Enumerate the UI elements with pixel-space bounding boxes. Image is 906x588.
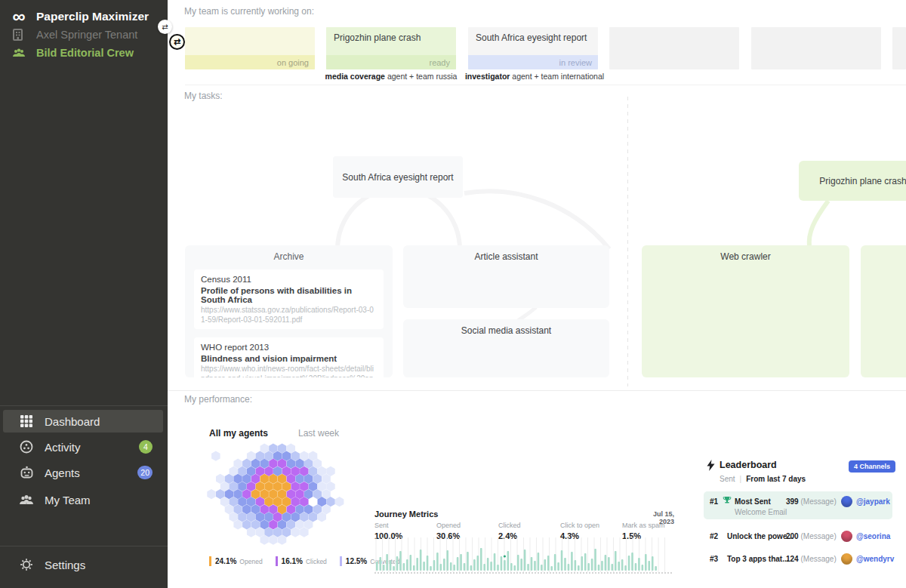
leaderboard-filter[interactable]: Sent | From last 7 days	[720, 475, 806, 483]
channels-badge[interactable]: 4 Channels	[849, 460, 895, 473]
archive-item-url[interactable]: https://www.who.int/news-room/fact-sheet…	[201, 365, 377, 377]
hexbin-legend: 24.1% Opened 16.1% Clicked 12.5% Convert…	[209, 556, 399, 566]
legend-swatch	[209, 556, 211, 566]
task-node-label: Social media assistant	[403, 319, 609, 336]
legend-item-clicked: 16.1% Clicked	[276, 556, 327, 566]
circled-swap-icon: ⇄	[174, 37, 180, 47]
trophy-icon	[723, 496, 732, 505]
archive-item[interactable]: WHO report 2013 Blindness and vision imp…	[194, 337, 384, 377]
sidebar-item-dashboard[interactable]: Dashboard	[3, 410, 163, 433]
entry-name: Most Sent	[735, 497, 771, 506]
filter-range[interactable]: From last 7 days	[746, 475, 806, 483]
sidebar-item-my-team[interactable]: My Team	[3, 488, 163, 511]
rank-label: #1	[710, 497, 718, 506]
metric-label: Opened	[436, 522, 498, 529]
sidebar-item-settings[interactable]: Settings	[3, 553, 163, 576]
task-node-social-media-assistant[interactable]: Social media assistant	[403, 319, 609, 377]
tenant-name: Axel Springer Tenant	[36, 29, 137, 41]
archive-item-subtitle: Blindness and vision impairment	[201, 354, 377, 363]
sidebar-item-activity[interactable]: Activity 4	[3, 436, 163, 458]
leaderboard-row-3[interactable]: #3 Top 3 apps that... 124 (Message) @wen…	[704, 549, 892, 567]
legend-label: Clicked	[306, 558, 327, 565]
journey-bars-chart	[374, 537, 672, 572]
rank-label: #2	[710, 532, 718, 540]
journey-chart-baseline	[374, 572, 672, 574]
journey-metrics-title: Journey Metrics	[374, 509, 438, 519]
archive-panel[interactable]: Archive Census 2011 Profile of persons w…	[185, 245, 393, 377]
user-handle[interactable]: @wendyrv	[856, 555, 894, 563]
legend-item-opened: 24.1% Opened	[209, 556, 263, 566]
sidebar-item-agents[interactable]: Agents 20	[3, 461, 163, 484]
entry-unit: (Message)	[800, 532, 836, 540]
bolt-icon	[707, 460, 715, 471]
infinity-logo-icon: ∞	[9, 9, 29, 24]
archive-item[interactable]: Census 2011 Profile of persons with disa…	[194, 269, 384, 329]
app-header: ∞ Paperclip Maximizer	[0, 8, 168, 26]
task-node-south-africa[interactable]: South Africa eyesight report	[333, 156, 463, 198]
tab-all-my-agents[interactable]: All my agents	[209, 428, 268, 439]
task-node-article-assistant[interactable]: Article assistant	[403, 245, 609, 308]
app-title: Paperclip Maximizer	[36, 10, 149, 23]
sidebar-divider-top	[0, 405, 168, 406]
entry-value: 399	[786, 497, 799, 506]
sidebar-item-label: My Team	[45, 494, 91, 506]
performance-label: My performance:	[184, 394, 252, 405]
leaderboard-row-1[interactable]: #1 Most Sent Welcome Email 399 (Message)…	[704, 491, 892, 519]
entry-unit: (Message)	[800, 555, 836, 563]
entry-name: Top 3 apps that...	[727, 555, 788, 563]
connector-toggle-button[interactable]: ⇄	[169, 34, 185, 50]
collapse-sidebar-button[interactable]: ⇄	[158, 20, 172, 34]
metric-label: Clicked	[498, 522, 560, 529]
legend-pct: 24.1%	[215, 557, 236, 565]
leaderboard-row-2[interactable]: #2 Unlock the powe... 200 (Message) @seo…	[704, 526, 892, 544]
task-node-label: Prigozhin plane crash	[819, 176, 906, 186]
main-content: My team is currently working on: on goin…	[168, 0, 906, 588]
avatar	[841, 496, 852, 507]
sidebar-item-label: Settings	[45, 559, 85, 571]
building-icon	[9, 29, 29, 41]
legend-label: Opened	[239, 558, 262, 565]
avatar	[841, 553, 852, 565]
entry-value: 124	[786, 555, 799, 563]
entry-name: Unlock the powe...	[727, 532, 794, 540]
swap-arrows-icon: ⇄	[162, 23, 168, 31]
task-node-web-crawler[interactable]: Web crawler	[642, 245, 849, 377]
task-node-label: Web crawler	[642, 245, 849, 262]
sidebar-divider-bottom	[0, 546, 168, 546]
filter-sent[interactable]: Sent	[720, 475, 735, 483]
tenant-row[interactable]: Axel Springer Tenant	[0, 26, 168, 44]
avatar	[841, 531, 852, 542]
legend-pct: 16.1%	[282, 557, 303, 565]
hexbin-chart	[205, 442, 353, 553]
archive-title: Archive	[185, 245, 393, 269]
leaderboard-title: Leaderboard	[720, 460, 777, 470]
crew-name: Bild Editorial Crew	[36, 47, 134, 59]
activity-count-badge: 4	[139, 440, 153, 454]
rank-label: #3	[710, 555, 718, 563]
sidebar: ∞ Paperclip Maximizer Axel Springer Tena…	[0, 0, 168, 588]
gear-icon	[18, 558, 35, 571]
archive-item-url[interactable]: https://www.statssa.gov.za/publications/…	[201, 306, 377, 325]
entry-subname: Welcome Email	[735, 508, 787, 516]
metric-label: Click to open	[560, 522, 622, 529]
tab-last-week[interactable]: Last week	[298, 428, 339, 439]
archive-item-title: WHO report 2013	[201, 343, 377, 352]
metric-label: Mark as spam	[622, 522, 684, 529]
metric-label: Sent	[374, 522, 436, 529]
team-icon	[9, 48, 29, 58]
robot-icon	[18, 466, 35, 479]
legend-pct: 12.5%	[346, 557, 367, 565]
task-node-clipped[interactable]	[861, 245, 906, 377]
crew-row[interactable]: Bild Editorial Crew	[0, 44, 168, 62]
entry-value: 200	[786, 532, 799, 540]
entry-unit: (Message)	[800, 497, 836, 506]
user-handle[interactable]: @seorina	[856, 532, 890, 540]
task-node-prigozhin[interactable]: Prigozhin plane crash	[799, 161, 906, 201]
legend-swatch	[276, 556, 278, 566]
legend-swatch	[340, 556, 342, 566]
my-team-icon	[18, 494, 35, 506]
task-node-label: South Africa eyesight report	[342, 172, 453, 183]
user-handle[interactable]: @jaypark	[856, 497, 890, 506]
task-node-label: Article assistant	[403, 245, 609, 262]
archive-item-subtitle: Profile of persons with disabilities in …	[201, 286, 377, 304]
